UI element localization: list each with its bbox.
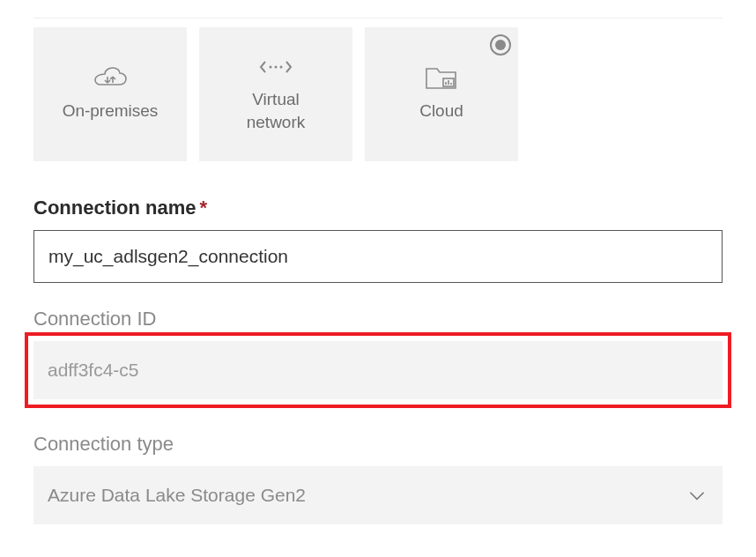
- label-text: Connection name: [33, 197, 196, 219]
- tile-virtual-network[interactable]: Virtual network: [199, 27, 352, 161]
- vnet-icon: [258, 55, 293, 79]
- connection-id-label: Connection ID: [33, 308, 723, 330]
- cloud-sync-icon: [93, 66, 128, 91]
- connection-type-field: Connection type Azure Data Lake Storage …: [33, 433, 723, 524]
- required-asterisk: *: [200, 197, 208, 219]
- connection-name-input[interactable]: [33, 230, 723, 283]
- svg-point-1: [275, 66, 278, 69]
- connection-id-value: adff3fc4-c5: [33, 341, 723, 399]
- connection-name-field: Connection name*: [33, 197, 723, 283]
- radio-selected-icon: [490, 34, 511, 56]
- tile-cloud[interactable]: Cloud: [365, 27, 518, 161]
- connection-id-highlight: adff3fc4-c5: [25, 332, 731, 408]
- chevron-down-icon: [686, 484, 708, 507]
- tile-on-premises[interactable]: On-premises: [33, 27, 187, 161]
- connection-type-label: Connection type: [33, 433, 723, 456]
- connection-type-select[interactable]: Azure Data Lake Storage Gen2: [33, 466, 723, 524]
- tile-label: Virtual network: [247, 88, 306, 133]
- tile-label: Cloud: [419, 100, 463, 123]
- svg-point-0: [270, 66, 272, 69]
- connection-name-label: Connection name*: [33, 197, 723, 219]
- select-value: Azure Data Lake Storage Gen2: [48, 485, 306, 506]
- value-text: adff3fc4-c5: [48, 360, 139, 381]
- svg-point-2: [280, 66, 283, 69]
- folder-data-icon: [424, 66, 459, 91]
- gateway-type-tiles: On-premises Virtual network Cloud: [33, 18, 723, 161]
- tile-label: On-premises: [63, 100, 159, 123]
- connection-id-field: Connection ID adff3fc4-c5: [33, 308, 723, 408]
